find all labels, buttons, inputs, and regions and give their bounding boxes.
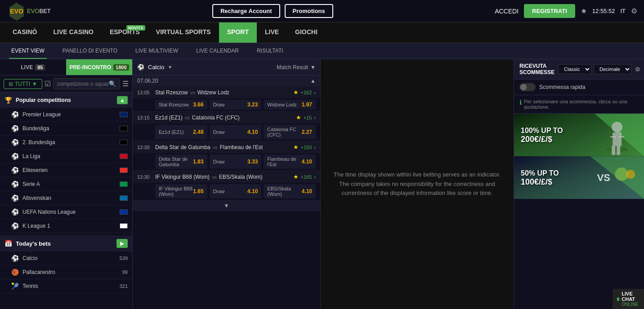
bet-count: 321 [120,283,128,289]
league-item-uefa-nations[interactable]: ⚽ UEFA Nations League [0,205,132,219]
esports-badge: NOVITÀ [126,25,145,31]
bet-item-tennis[interactable]: 🎾 Tennis 321 [0,279,132,293]
soccer-icon: ⚽ [11,153,19,160]
odd-value: 4.10 [247,129,258,135]
odd-item[interactable]: Delta Star de Gatumba 1.83 [155,154,207,169]
promo-image-2: VS 50% UP TO 100€/£/$ [514,156,644,199]
live-chat-button[interactable]: LIVE CHAT ONLINE [613,289,644,309]
nav-sport[interactable]: SPORT [219,22,257,43]
team2-name: Flambeau de l'Est [220,144,263,150]
nav-giochi[interactable]: GIOCHI [287,22,326,43]
odd-item[interactable]: Draw 3.33 [210,154,262,169]
match-header: ⚽ Calcio ▼ Match Result ▼ [133,59,320,75]
odd-item[interactable]: Flambeau de l'Est 4.10 [264,154,316,169]
search-input[interactable] [57,81,109,87]
odd-item[interactable]: Draw 4.10 [210,184,262,199]
check-icon[interactable]: ☑ [45,79,51,88]
odd-item[interactable]: Stal Rzeszow 3.66 [155,100,207,110]
league-item-allsvenskan[interactable]: ⚽ Allsvenskan [0,191,132,205]
soccer-sport-icon: ⚽ [137,64,144,71]
sub-nav-multiview[interactable]: LIVE MULTIVIEW [133,43,180,59]
odd-item[interactable]: Widzew Lodz 1.97 [264,100,316,110]
league-item-k-league[interactable]: ⚽ K League 1 [0,219,132,233]
flag-gb [120,112,128,117]
nav-casino[interactable]: CASINÒ [4,22,45,43]
tab-pre-incontro[interactable]: PRE-INCONTRO 1800 [66,59,132,75]
live-dot-icon [617,297,620,301]
odds-row: Stal Rzeszow 3.66 Draw 3.23 Widzew Lodz … [133,98,320,111]
bet-type-selector[interactable]: Classic [558,64,591,74]
list-icon[interactable]: ☰ [122,79,129,88]
match-expand-icon[interactable]: › [314,115,316,120]
match-expand-icon[interactable]: › [314,90,316,95]
nav-virtual-sports[interactable]: VIRTUAL SPORTS [148,22,219,43]
nav-esports[interactable]: ESPORTS NOVITÀ [102,22,148,43]
league-item-premier-league[interactable]: ⚽ Premier League [0,108,132,122]
date-row[interactable]: 07.06.20 ▲ [133,75,320,86]
odd-item[interactable]: Ez1d (EZ1) 2.48 [155,125,207,139]
svg-rect-8 [618,136,624,137]
team1-name: Ez1d (EZ1) [155,115,183,121]
league-item-serie-a[interactable]: ⚽ Serie A [0,177,132,191]
sub-nav-calendar[interactable]: LIVE CALENDAR [194,43,241,59]
nav-live[interactable]: LIVE [257,22,287,43]
match-expand-icon[interactable]: › [314,174,316,180]
live-tab-label: LIVE [21,64,33,71]
odd-value: 1.97 [302,102,312,108]
nav-live-casino[interactable]: LIVE CASINO [45,22,101,43]
popular-competitions-header[interactable]: 🏆 Popular competitions ▲ [0,93,132,108]
sub-nav-risultati[interactable]: RISULTATI [255,43,286,59]
league-item-eliteserien[interactable]: ⚽ Eliteserien [0,163,132,177]
popular-title: Popular competitions [16,97,117,103]
bet-slip-hint: ℹ Per selezionare una scommessa, clicca … [514,95,644,114]
match-plus-count[interactable]: +150 [301,145,312,150]
matches-panel: ⚽ Calcio ▼ Match Result ▼ 07.06.20 ▲ 13:… [133,59,320,309]
tab-live[interactable]: LIVE 85 [0,59,66,75]
star-icon[interactable]: ★ [581,7,587,15]
promotions-button[interactable]: Promotions [285,4,333,18]
bet-slip-settings-icon[interactable]: ⚙ [635,66,640,73]
sub-nav: EVENT VIEW PANELLO DI EVENTO LIVE MULTIV… [0,43,644,59]
match-time: 13:30 [137,145,155,150]
favorite-star-icon[interactable]: ★ [293,173,299,180]
odd-item[interactable]: Draw 3.23 [210,100,262,110]
accedi-button[interactable]: ACCEDI [495,8,519,15]
scommessa-rapida-toggle[interactable] [519,83,536,91]
tutti-button[interactable]: ⊞ TUTTI ▼ [4,79,42,89]
league-item-la-liga[interactable]: ⚽ La Liga [0,150,132,163]
match-plus-count[interactable]: +162 [301,90,312,95]
sub-nav-panello[interactable]: PANELLO DI EVENTO [60,43,120,59]
language-selector[interactable]: IT [620,8,626,14]
match-expand-icon[interactable]: › [314,145,316,150]
promo-card-2[interactable]: VS 50% UP TO 100€/£/$ [514,156,644,199]
bet-item-pallacanestro[interactable]: 🏀 Pallacanestro 99 [0,265,132,279]
league-item-bundesliga[interactable]: ⚽ Bundesliga [0,122,132,136]
odds-format-selector[interactable]: Decimale [594,64,631,74]
odd-item[interactable]: EBS/Skala (Wom) 4.10 [264,184,316,199]
bet-item-calcio[interactable]: ⚽ Calcio 539 [0,252,132,265]
registrati-button[interactable]: REGISTRATI [524,4,575,18]
recharge-button[interactable]: Recharge Account [212,4,280,18]
today-bets-header[interactable]: 📅 Today's bets ▶ [0,235,132,252]
favorite-star-icon[interactable]: ★ [296,114,301,121]
hint-text: Per selezionare una scommessa, clicca su… [524,99,639,110]
match-plus-count[interactable]: +165 [301,174,312,180]
favorite-star-icon[interactable]: ★ [293,144,299,150]
sub-nav-event-view[interactable]: EVENT VIEW [9,43,47,59]
odd-item[interactable]: IF Vikingur B68 (Wom) 1.65 [155,184,207,199]
scroll-down-indicator[interactable]: ▼ [133,200,320,211]
promo-card-1[interactable]: 100% UP TO 200€/£/$ [514,114,644,156]
match-plus-count[interactable]: +15 [304,115,312,120]
gear-icon[interactable]: ⚙ [631,7,637,15]
scroll-down-icon: ▼ [224,203,229,209]
odd-item[interactable]: Catalonia FC (CFC) 2.27 [264,125,316,139]
search-icon[interactable]: 🔍 [109,80,116,87]
sport-selector[interactable]: Calcio ▼ [148,64,172,71]
left-sidebar: LIVE 85 PRE-INCONTRO 1800 ⊞ TUTTI ▼ ☑ 🔍 … [0,59,133,309]
league-name: 2. Bundesliga [22,139,117,146]
svg-rect-9 [612,146,615,155]
info-panel: The time display shown within live betti… [320,59,514,309]
league-item-2-bundesliga[interactable]: ⚽ 2. Bundesliga [0,136,132,150]
odd-item[interactable]: Draw 4.10 [210,125,262,139]
favorite-star-icon[interactable]: ★ [293,89,299,96]
